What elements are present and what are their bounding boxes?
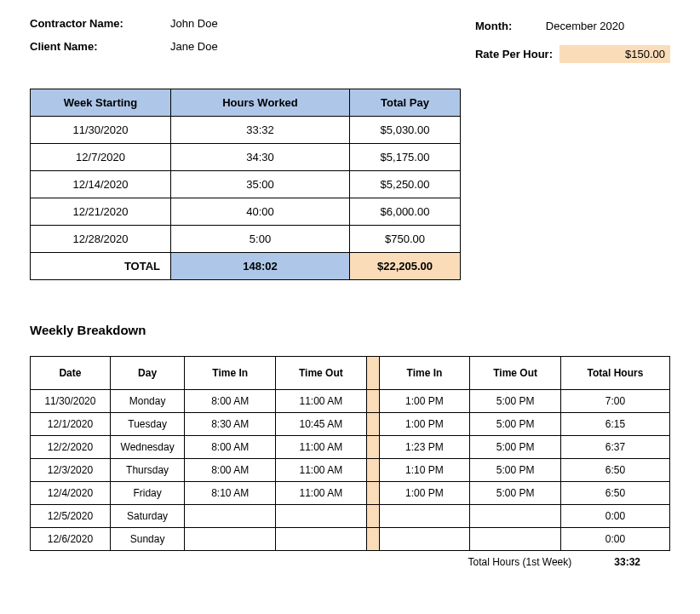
breakdown-out1: 10:45 AM xyxy=(276,413,367,436)
summary-total-label: TOTAL xyxy=(31,253,171,280)
summary-hours: 33:32 xyxy=(171,117,350,144)
contractor-value: John Doe xyxy=(170,17,218,30)
summary-hours: 40:00 xyxy=(171,198,350,226)
breakdown-in2 xyxy=(379,528,470,551)
breakdown-day: Wednesday xyxy=(110,436,184,459)
breakdown-total: 6:50 xyxy=(560,459,669,482)
breakdown-header-date: Date xyxy=(31,357,111,390)
summary-row: 12/21/2020 40:00 $6,000.00 xyxy=(31,198,461,226)
breakdown-in2: 1:00 PM xyxy=(379,390,470,413)
breakdown-row: 12/2/2020 Wednesday 8:00 AM 11:00 AM 1:2… xyxy=(31,436,670,459)
breakdown-in2: 1:00 PM xyxy=(379,482,470,505)
breakdown-header-timein2: Time In xyxy=(379,357,470,390)
breakdown-spacer xyxy=(366,505,379,528)
summary-total-pay: $22,205.00 xyxy=(350,253,461,280)
breakdown-in1 xyxy=(185,505,276,528)
header-right: Month: December 2020 Rate Per Hour: $150… xyxy=(475,17,670,63)
breakdown-header-row: Date Day Time In Time Out Time In Time O… xyxy=(31,357,670,390)
breakdown-in1: 8:00 AM xyxy=(185,436,276,459)
breakdown-title: Weekly Breakdown xyxy=(30,323,670,337)
breakdown-spacer xyxy=(366,459,379,482)
breakdown-out2: 5:00 PM xyxy=(470,390,561,413)
summary-row: 12/28/2020 5:00 $750.00 xyxy=(31,226,461,253)
summary-pay: $5,250.00 xyxy=(350,171,461,198)
breakdown-spacer xyxy=(366,413,379,436)
breakdown-out2 xyxy=(470,505,561,528)
breakdown-spacer xyxy=(366,436,379,459)
breakdown-out2: 5:00 PM xyxy=(470,482,561,505)
header-left: Contractor Name: John Doe Client Name: J… xyxy=(30,17,218,63)
breakdown-spacer xyxy=(366,482,379,505)
summary-total-row: TOTAL 148:02 $22,205.00 xyxy=(31,253,461,280)
summary-header-pay: Total Pay xyxy=(350,89,461,117)
breakdown-day: Tuesday xyxy=(110,413,184,436)
breakdown-day: Thursday xyxy=(110,459,184,482)
breakdown-spacer xyxy=(366,357,379,390)
client-row: Client Name: Jane Doe xyxy=(30,40,218,53)
summary-header-hours: Hours Worked xyxy=(171,89,350,117)
summary-hours: 34:30 xyxy=(171,144,350,171)
summary-hours: 35:00 xyxy=(171,171,350,198)
breakdown-date: 11/30/2020 xyxy=(31,390,111,413)
breakdown-total: 6:50 xyxy=(560,482,669,505)
breakdown-header-day: Day xyxy=(110,357,184,390)
breakdown-out2: 5:00 PM xyxy=(470,436,561,459)
breakdown-total: 0:00 xyxy=(560,528,669,551)
breakdown-date: 12/4/2020 xyxy=(31,482,111,505)
month-value: December 2020 xyxy=(519,17,629,35)
breakdown-out1: 11:00 AM xyxy=(276,459,367,482)
breakdown-in2: 1:00 PM xyxy=(379,413,470,436)
contractor-label: Contractor Name: xyxy=(30,17,170,30)
breakdown-in2 xyxy=(379,505,470,528)
header: Contractor Name: John Doe Client Name: J… xyxy=(30,17,670,63)
breakdown-day: Friday xyxy=(110,482,184,505)
breakdown-date: 12/3/2020 xyxy=(31,459,111,482)
breakdown-header-timein: Time In xyxy=(185,357,276,390)
rate-label: Rate Per Hour: xyxy=(475,48,553,60)
breakdown-in1: 8:00 AM xyxy=(185,390,276,413)
breakdown-row: 12/4/2020 Friday 8:10 AM 11:00 AM 1:00 P… xyxy=(31,482,670,505)
breakdown-total: 6:15 xyxy=(560,413,669,436)
summary-week: 12/21/2020 xyxy=(31,198,171,226)
breakdown-in1 xyxy=(185,528,276,551)
breakdown-in1: 8:30 AM xyxy=(185,413,276,436)
month-label: Month: xyxy=(475,20,512,32)
breakdown-footer-label: Total Hours (1st Week) xyxy=(468,556,571,568)
summary-pay: $5,175.00 xyxy=(350,144,461,171)
summary-week: 12/14/2020 xyxy=(31,171,171,198)
client-label: Client Name: xyxy=(30,40,170,53)
breakdown-footer-value: 33:32 xyxy=(614,556,640,568)
month-row: Month: December 2020 xyxy=(475,17,670,35)
breakdown-footer: Total Hours (1st Week) 33:32 xyxy=(30,556,670,568)
breakdown-out1: 11:00 AM xyxy=(276,390,367,413)
summary-row: 12/7/2020 34:30 $5,175.00 xyxy=(31,144,461,171)
breakdown-date: 12/1/2020 xyxy=(31,413,111,436)
breakdown-out2: 5:00 PM xyxy=(470,459,561,482)
breakdown-row: 12/1/2020 Tuesday 8:30 AM 10:45 AM 1:00 … xyxy=(31,413,670,436)
summary-header-row: Week Starting Hours Worked Total Pay xyxy=(31,89,461,117)
breakdown-header-timeout: Time Out xyxy=(276,357,367,390)
summary-week: 12/28/2020 xyxy=(31,226,171,253)
summary-week: 11/30/2020 xyxy=(31,117,171,144)
breakdown-in2: 1:10 PM xyxy=(379,459,470,482)
summary-header-week: Week Starting xyxy=(31,89,171,117)
breakdown-date: 12/5/2020 xyxy=(31,505,111,528)
summary-table: Week Starting Hours Worked Total Pay 11/… xyxy=(30,89,461,280)
breakdown-in2: 1:23 PM xyxy=(379,436,470,459)
breakdown-day: Sunday xyxy=(110,528,184,551)
breakdown-total: 6:37 xyxy=(560,436,669,459)
breakdown-in1: 8:00 AM xyxy=(185,459,276,482)
breakdown-row: 12/6/2020 Sunday 0:00 xyxy=(31,528,670,551)
summary-total-hours: 148:02 xyxy=(171,253,350,280)
breakdown-total: 7:00 xyxy=(560,390,669,413)
breakdown-spacer xyxy=(366,390,379,413)
rate-row: Rate Per Hour: $150.00 xyxy=(475,45,670,63)
breakdown-date: 12/6/2020 xyxy=(31,528,111,551)
breakdown-row: 12/3/2020 Thursday 8:00 AM 11:00 AM 1:10… xyxy=(31,459,670,482)
breakdown-spacer xyxy=(366,528,379,551)
breakdown-header-timeout2: Time Out xyxy=(470,357,561,390)
contractor-row: Contractor Name: John Doe xyxy=(30,17,218,30)
breakdown-out2: 5:00 PM xyxy=(470,413,561,436)
rate-value: $150.00 xyxy=(559,45,670,63)
breakdown-date: 12/2/2020 xyxy=(31,436,111,459)
